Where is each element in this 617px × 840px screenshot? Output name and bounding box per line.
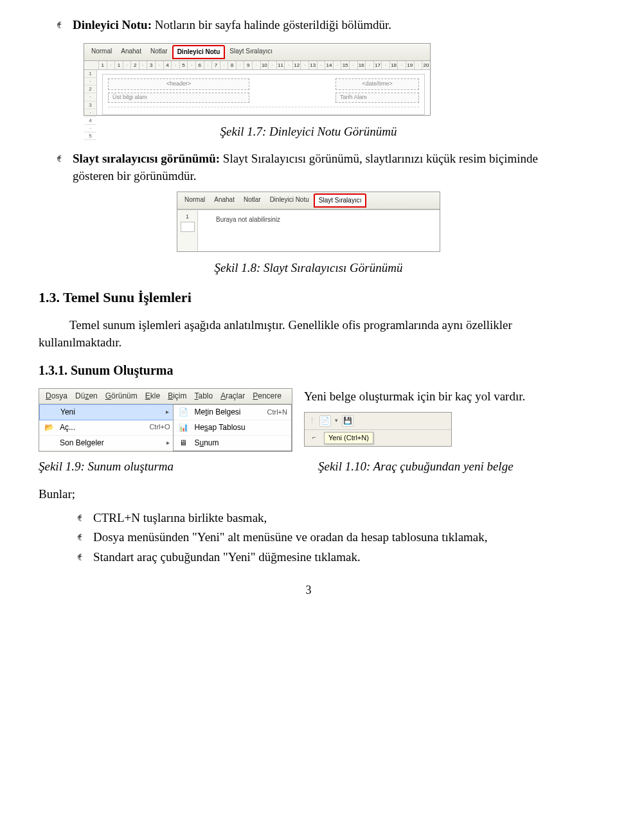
moon-star-icon (77, 532, 85, 544)
moon-star-icon (57, 19, 65, 32)
caption-1-7: Şekil 1.7: Dinleyici Notu Görünümü (39, 123, 578, 141)
moon-star-icon (57, 153, 65, 166)
blank-icon (43, 438, 55, 448)
bullet-dosya-menu-text: Dosya menüsünden "Yeni" alt menüsüne ve … (93, 529, 488, 546)
heading-1-3: 1.3. Temel Sunu İşlemleri (39, 288, 578, 308)
slide-thumbnail[interactable] (181, 222, 195, 232)
bullet-ctrl-n-text: CTRL+N tuşlarına birlikte basmak, (93, 510, 267, 527)
sec2-text: Slayt sıralayıcısı görünümü: Slayt Sıral… (73, 150, 578, 184)
slide-number: 1 (186, 213, 189, 221)
caption-1-8: Şekil 1.8: Slayt Sıralayıcısı Görünümü (39, 260, 578, 277)
tab-slayt-siralayici[interactable]: Slayt Sıralayıcı (225, 45, 277, 59)
header-label: Üst bilgi alanı (108, 93, 249, 103)
tab-anahat[interactable]: Anahat (116, 45, 146, 59)
submenu-arrow-icon: ▸ (166, 438, 170, 447)
menu-bicim[interactable]: Biçim (164, 391, 190, 402)
bullet-list: CTRL+N tuşlarına birlikte basmak, Dosya … (77, 510, 578, 566)
tab-notlar[interactable]: Notlar (146, 45, 172, 59)
dropdown-arrow-icon[interactable]: ▾ (335, 416, 338, 425)
subitem-metin-label: Metin Belgesi (194, 407, 262, 418)
bullet-dosya-menu: Dosya menüsünden "Yeni" alt menüsüne ve … (77, 529, 578, 546)
save-icon[interactable]: 💾 (342, 415, 353, 427)
tab2-notlar[interactable]: Notlar (239, 193, 265, 208)
subitem-sunum[interactable]: 🖥 Sunum (174, 436, 291, 451)
para-temel: Temel sunum işlemleri aşağıda anlatılmış… (39, 317, 578, 351)
row-fig19-text: Dosya Düzen Görünüm Ekle Biçim Tablo Ara… (39, 388, 578, 452)
bullet-ctrl-n: CTRL+N tuşlarına birlikte basmak, (77, 510, 578, 527)
presentation-icon: 🖥 (177, 438, 189, 448)
menuitem-ac-shortcut: Ctrl+O (149, 422, 170, 432)
menu-tablo[interactable]: Tablo (190, 391, 217, 402)
bullet-slayt-siralayici: Slayt sıralayıcısı görünümü: Slayt Sıral… (57, 150, 578, 184)
page-number: 3 (39, 582, 578, 598)
folder-open-icon: 📂 (43, 422, 55, 433)
date-label: Tarih Alanı (335, 93, 419, 103)
body-divider (108, 107, 419, 116)
caption-1-9: Şekil 1.9: Sunum oluşturma (39, 458, 292, 476)
toolbar-row: ⋮ 📄 ▾ 💾 (305, 413, 451, 430)
moon-star-icon (77, 551, 85, 564)
bullet-standart-arac-text: Standart araç çubuğundan "Yeni" düğmesin… (93, 549, 361, 566)
menuitem-yeni-label: Yeni (60, 407, 161, 418)
figure-1-10: ⋮ 📄 ▾ 💾 ⌐ Yeni (Ctrl+N) (304, 412, 452, 447)
tab2-anahat[interactable]: Anahat (210, 193, 239, 208)
menu-pencere[interactable]: Pencere (249, 391, 285, 402)
intro-text: Dinleyici Notu: Notların bir sayfa halin… (73, 17, 391, 34)
subitem-hesap-label: Hesap Tablosu (194, 422, 287, 433)
tab2-dinleyici-notu[interactable]: Dinleyici Notu (265, 193, 314, 208)
figure-1-9: Dosya Düzen Görünüm Ekle Biçim Tablo Ara… (39, 388, 292, 452)
header-placeholder: <header> (108, 78, 249, 90)
para-yeni-belge: Yeni belge oluşturmak için bir kaç yol v… (304, 388, 578, 406)
tab2-slayt-siralayici[interactable]: Slayt Sıralayıcı (314, 193, 367, 208)
spreadsheet-icon: 📊 (177, 422, 189, 433)
figure-1-8: Normal Anahat Notlar Dinleyici Notu Slay… (177, 192, 440, 252)
menu-ekle[interactable]: Ekle (141, 391, 164, 402)
submenu-yeni: 📄 Metin Belgesi Ctrl+N 📊 Hesap Tablosu 🖥… (173, 404, 292, 451)
tooltip-yeni: Yeni (Ctrl+N) (324, 432, 373, 444)
menuitem-yeni[interactable]: Yeni ▸ (39, 404, 174, 420)
toolbar-grip-icon: ⋮ (308, 416, 316, 425)
subitem-hesap-tablosu[interactable]: 📊 Hesap Tablosu (174, 420, 291, 436)
tab-normal[interactable]: Normal (87, 45, 116, 59)
figure-1-7: Normal Anahat Notlar Dinleyici Notu Slay… (84, 43, 431, 116)
intro-body: Notların bir sayfa halinde gösterildiği … (152, 18, 391, 31)
moon-star-icon (77, 512, 85, 525)
bullet-standart-arac: Standart araç çubuğundan "Yeni" düğmesin… (77, 549, 578, 566)
heading-1-3-1: 1.3.1. Sunum Oluşturma (39, 361, 578, 379)
tab2-normal[interactable]: Normal (180, 193, 210, 208)
subitem-sunum-label: Sunum (194, 438, 287, 449)
intro-label: Dinleyici Notu: (73, 18, 152, 31)
new-doc-icon[interactable]: 📄 (319, 415, 331, 427)
ruler-vertical: 1·2·3·4·5 (84, 70, 97, 115)
subitem-metin-belgesi[interactable]: 📄 Metin Belgesi Ctrl+N (174, 405, 291, 420)
blank-icon (44, 407, 55, 417)
dropdown-dosya: Yeni ▸ 📂 Aç... Ctrl+O Son Belgeler ▸ (39, 404, 174, 451)
view-tabbar: Normal Anahat Notlar Dinleyici Notu Slay… (84, 44, 430, 61)
bullet-dinleyici-notu: Dinleyici Notu: Notların bir sayfa halin… (57, 17, 578, 34)
tab-dinleyici-notu[interactable]: Dinleyici Notu (172, 45, 226, 59)
menuitem-son-label: Son Belgeler (60, 438, 161, 449)
menu-araclar[interactable]: Araçlar (217, 391, 249, 402)
menu-duzen[interactable]: Düzen (71, 391, 102, 402)
sec2-label: Slayt sıralayıcısı görünümü: (73, 152, 220, 165)
slide-thumb-column: 1 (177, 210, 198, 251)
document-icon: 📄 (177, 407, 189, 417)
subitem-metin-shortcut: Ctrl+N (267, 407, 287, 417)
note-text[interactable]: Buraya not alabilirsiniz (198, 210, 440, 251)
submenu-arrow-icon: ▸ (166, 407, 169, 416)
menu-gorunum[interactable]: Görünüm (102, 391, 141, 402)
datetime-placeholder: <date/time> (335, 78, 419, 90)
para-bunlar: Bunlar; (39, 486, 578, 503)
view-tabbar-2: Normal Anahat Notlar Dinleyici Notu Slay… (177, 192, 440, 210)
caption-1-10: Şekil 1.10: Araç çubuğundan yeni belge (318, 458, 578, 476)
page-preview: <header> <date/time> Üst bilgi alanı Tar… (102, 74, 425, 115)
ruler-horizontal: 1·1·2·3·4·5·6·7·8·9·10·11·12·13·14·15·16… (84, 61, 430, 70)
menuitem-ac[interactable]: 📂 Aç... Ctrl+O (39, 420, 174, 436)
menuitem-ac-label: Aç... (60, 422, 144, 433)
menubar: Dosya Düzen Görünüm Ekle Biçim Tablo Ara… (39, 389, 292, 404)
captions-row: Şekil 1.9: Sunum oluşturma Şekil 1.10: A… (39, 458, 578, 476)
menuitem-son-belgeler[interactable]: Son Belgeler ▸ (39, 436, 174, 451)
menu-dosya[interactable]: Dosya (42, 391, 71, 402)
corner-icon: ⌐ (308, 432, 320, 443)
